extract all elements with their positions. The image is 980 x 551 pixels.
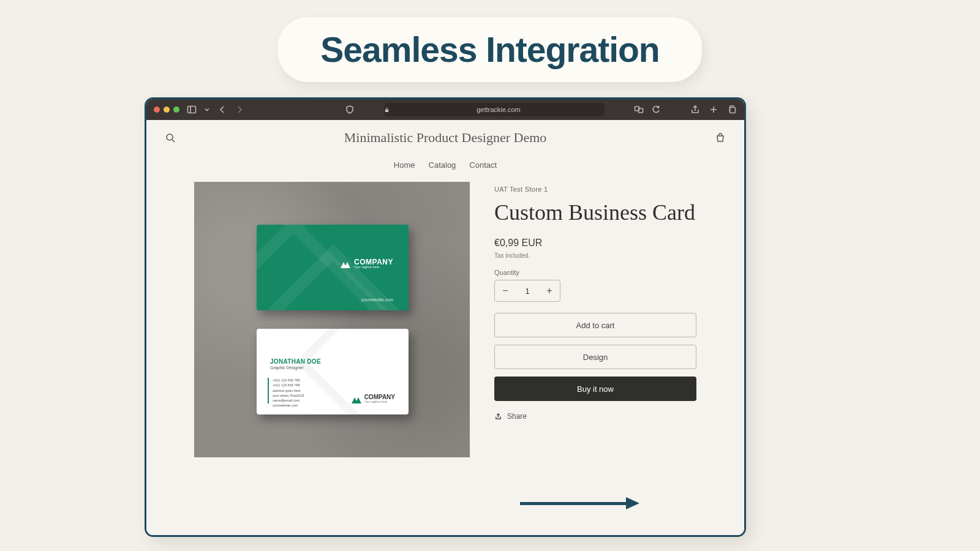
store-page: Minimalistic Product Designer Demo Home …: [146, 120, 744, 535]
share-icon[interactable]: [690, 105, 700, 114]
back-icon[interactable]: [217, 105, 227, 114]
card-back-info: +011 123 456 789 +011 123 456 789 addres…: [273, 378, 304, 408]
url-bar[interactable]: gettrackie.com: [384, 103, 605, 116]
svg-rect-2: [385, 110, 388, 112]
svg-point-8: [167, 134, 173, 140]
logo-mark-icon: [341, 260, 350, 268]
design-button[interactable]: Design: [494, 345, 696, 369]
quantity-label: Quantity: [494, 269, 696, 276]
window-controls: [154, 107, 179, 113]
tabs-icon[interactable]: [727, 105, 737, 114]
shield-icon[interactable]: [345, 105, 355, 114]
browser-toolbar: gettrackie.com: [146, 99, 744, 120]
lock-icon: [384, 107, 390, 113]
maximize-window-icon[interactable]: [173, 107, 179, 113]
card-back-tagline: Your tagline here: [364, 400, 395, 403]
product-price: €0,99 EUR: [494, 238, 696, 249]
card-back-role: Graphic Designer: [270, 365, 303, 370]
product-section: COMPANY Your tagline here yourwebsite.co…: [146, 182, 744, 457]
quantity-decrease-button[interactable]: −: [495, 280, 516, 301]
callout-arrow: [520, 498, 639, 508]
card-back-name: JONATHAN DOE: [270, 358, 321, 365]
close-window-icon[interactable]: [154, 107, 160, 113]
card-front-tagline: Your tagline here: [354, 266, 393, 269]
url-text: gettrackie.com: [477, 106, 521, 113]
new-tab-icon[interactable]: [709, 105, 718, 114]
store-title: Minimalistic Product Designer Demo: [202, 130, 689, 146]
minimize-window-icon[interactable]: [164, 107, 170, 113]
search-icon[interactable]: [165, 132, 176, 143]
product-vendor: UAT Test Store 1: [494, 186, 696, 193]
product-title: Custom Business Card: [494, 200, 696, 225]
chevron-down-icon[interactable]: [204, 105, 210, 114]
card-accent-bar: [268, 378, 269, 403]
share-label: Share: [507, 412, 527, 421]
store-nav: Home Catalog Contact: [146, 151, 744, 182]
reload-icon[interactable]: [651, 105, 661, 114]
product-image: COMPANY Your tagline here yourwebsite.co…: [194, 182, 470, 457]
store-header: Minimalistic Product Designer Demo: [146, 120, 744, 151]
forward-icon[interactable]: [235, 105, 244, 114]
quantity-increase-button[interactable]: +: [539, 280, 560, 301]
cart-icon[interactable]: [715, 132, 726, 143]
card-front: COMPANY Your tagline here yourwebsite.co…: [257, 225, 409, 310]
browser-window: gettrackie.com Minimalistic Product: [145, 97, 746, 537]
tax-note: Tax included.: [494, 252, 696, 259]
headline-text: Seamless Integration: [320, 29, 659, 70]
add-to-cart-button[interactable]: Add to cart: [494, 313, 696, 337]
share-button[interactable]: Share: [494, 412, 696, 421]
nav-contact[interactable]: Contact: [469, 160, 497, 170]
svg-line-9: [172, 140, 175, 142]
svg-rect-0: [188, 107, 196, 113]
card-front-brand: COMPANY Your tagline here: [341, 258, 393, 269]
card-back: JONATHAN DOE Graphic Designer +011 123 4…: [257, 329, 409, 414]
card-front-website: yourwebsite.com: [361, 298, 393, 302]
nav-catalog[interactable]: Catalog: [429, 160, 456, 170]
sidebar-toggle-icon[interactable]: [187, 105, 197, 114]
logo-mark-icon: [352, 395, 361, 403]
buy-now-button[interactable]: Buy it now: [494, 377, 696, 401]
quantity-value: 1: [516, 287, 539, 296]
quantity-stepper: − 1 +: [494, 280, 560, 302]
translate-icon[interactable]: [634, 105, 644, 114]
nav-home[interactable]: Home: [394, 160, 415, 170]
svg-rect-7: [730, 108, 736, 113]
card-back-brand: COMPANY Your tagline here: [352, 394, 395, 403]
product-details: UAT Test Store 1 Custom Business Card €0…: [494, 182, 696, 457]
headline-banner: Seamless Integration: [277, 17, 702, 82]
share-arrow-icon: [494, 413, 502, 421]
